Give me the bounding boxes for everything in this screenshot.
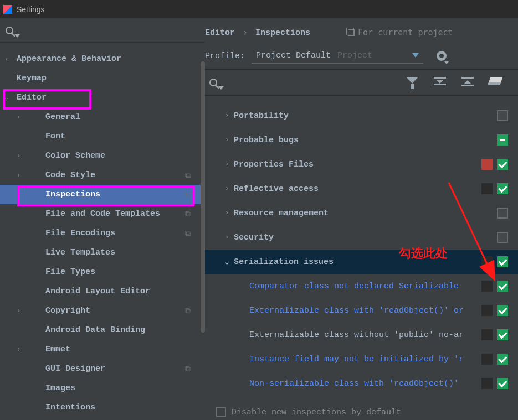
severity-indicator (481, 354, 493, 365)
inspection-item[interactable]: Externalizable class with 'readObject()'… (205, 298, 518, 323)
checkbox[interactable] (497, 232, 508, 243)
category-portability[interactable]: ›Portability (205, 103, 518, 128)
expand-icon: › (225, 112, 234, 120)
category-label: Portability (234, 111, 289, 121)
search-dropdown-icon[interactable] (14, 34, 20, 38)
category-probable-bugs[interactable]: ›Probable bugs (205, 128, 518, 152)
expand-icon: › (17, 152, 23, 160)
checkbox[interactable] (497, 329, 508, 340)
sidebar-item-label: Color Scheme (45, 151, 105, 160)
footer-row: Disable new inspections by default (216, 405, 401, 420)
window-title: Settings (17, 5, 45, 14)
category-properties-files[interactable]: ›Properties Files (205, 152, 518, 177)
profile-context: Project (337, 51, 372, 60)
expand-icon: › (4, 55, 11, 63)
severity-indicator (481, 256, 493, 267)
expand-icon: › (17, 113, 23, 121)
checkbox[interactable] (497, 281, 508, 292)
category-security[interactable]: ›Security (205, 225, 518, 250)
check-slot (481, 378, 508, 389)
sidebar-item-label: Android Data Binding (45, 325, 145, 335)
sidebar-item-font[interactable]: Font (0, 127, 205, 146)
checkbox[interactable] (497, 305, 508, 316)
sidebar-item-label: GUI Designer (45, 364, 105, 374)
sidebar-item-label: File Types (45, 267, 95, 277)
scope-icon: ⧉ (185, 307, 191, 315)
sidebar-item-file-encodings[interactable]: File Encodings⧉ (0, 224, 205, 243)
sidebar-item-file-and-code-templates[interactable]: File and Code Templates⧉ (0, 204, 205, 224)
checkbox[interactable] (497, 183, 508, 194)
category-label: Serialization issues (234, 257, 334, 267)
profile-select[interactable]: Project Default Project (252, 49, 423, 64)
checkbox[interactable] (497, 208, 508, 219)
inspection-label: Comparator class not declared Serializab… (249, 282, 459, 291)
check-slot (481, 305, 508, 316)
search-icon (6, 27, 13, 34)
sidebar-item-label: Live Templates (45, 248, 115, 257)
sidebar-item-file-types[interactable]: File Types (0, 262, 205, 282)
inspection-item[interactable]: Comparator class not declared Serializab… (205, 274, 518, 298)
sidebar-item-android-data-binding[interactable]: Android Data Binding (0, 320, 205, 340)
breadcrumb-sep: › (243, 28, 248, 38)
settings-sidebar: ›Appearance & BehaviorKeymap⌄Editor›Gene… (0, 18, 205, 420)
category-label: Security (234, 233, 274, 242)
collapse-all-button[interactable] (461, 77, 474, 88)
reset-button[interactable] (489, 77, 501, 88)
sidebar-item-emmet[interactable]: ›Emmet (0, 340, 205, 359)
checkbox[interactable] (497, 159, 508, 170)
checkbox[interactable] (497, 354, 508, 365)
scope-icon: ⧉ (185, 190, 191, 199)
title-bar: Settings (0, 0, 518, 18)
sidebar-item-label: Copyright (45, 306, 90, 315)
sidebar-item-intentions[interactable]: Intentions (0, 398, 205, 417)
sidebar-item-images[interactable]: Images (0, 378, 205, 398)
expand-icon: › (225, 160, 234, 168)
check-slot (481, 329, 508, 340)
check-slot (481, 159, 508, 170)
scope-icon: ⧉ (185, 210, 191, 219)
category-reflective-access[interactable]: ›Reflective access (205, 177, 518, 201)
severity-indicator (481, 183, 493, 194)
breadcrumb-editor[interactable]: Editor (205, 28, 235, 38)
checkbox[interactable] (497, 110, 508, 121)
inspection-item[interactable]: Instance field may not be initialized by… (205, 347, 518, 371)
inspection-item[interactable]: Non-serializable class with 'readObject(… (205, 371, 518, 396)
search-dropdown-icon[interactable] (218, 86, 224, 90)
check-slot (497, 232, 508, 243)
expand-all-button[interactable] (434, 77, 446, 88)
expand-icon: ⌄ (225, 258, 234, 266)
sidebar-item-gui-designer[interactable]: GUI Designer⧉ (0, 359, 205, 378)
sidebar-item-appearance-behavior[interactable]: ›Appearance & Behavior (0, 49, 205, 69)
sidebar-item-android-layout-editor[interactable]: Android Layout Editor (0, 282, 205, 301)
filter-button[interactable] (406, 77, 418, 88)
category-label: Properties Files (234, 160, 314, 169)
sidebar-item-label: Font (45, 132, 65, 141)
sidebar-item-copyright[interactable]: ›Copyright⧉ (0, 301, 205, 320)
sidebar-item-label: Emmet (45, 345, 70, 354)
profile-settings-button[interactable] (437, 51, 447, 61)
sidebar-item-inspections[interactable]: Inspections⧉ (0, 185, 205, 204)
sidebar-scrollbar[interactable] (201, 61, 205, 333)
disable-new-checkbox[interactable] (216, 407, 226, 417)
category-serialization-issues[interactable]: ⌄Serialization issues (205, 250, 518, 274)
category-label: Reflective access (234, 184, 319, 194)
main-panel: Editor › Inspections For current project… (205, 18, 518, 420)
checkbox[interactable] (497, 378, 508, 389)
checkbox[interactable] (497, 134, 508, 146)
check-slot (497, 208, 508, 219)
category-resource-management[interactable]: ›Resource management (205, 201, 518, 225)
checkbox[interactable] (497, 256, 508, 267)
sidebar-search[interactable] (0, 18, 205, 43)
expand-icon: › (17, 172, 23, 179)
sidebar-item-keymap[interactable]: Keymap (0, 69, 205, 88)
severity-indicator (481, 378, 493, 389)
sidebar-item-live-templates[interactable]: Live Templates (0, 243, 205, 262)
inspection-search[interactable] (209, 79, 224, 86)
sidebar-item-general[interactable]: ›General (0, 107, 205, 127)
sidebar-item-label: Android Layout Editor (45, 287, 150, 296)
check-slot (481, 281, 508, 292)
sidebar-item-code-style[interactable]: ›Code Style⧉ (0, 165, 205, 185)
sidebar-item-color-scheme[interactable]: ›Color Scheme (0, 146, 205, 165)
sidebar-item-editor[interactable]: ⌄Editor (0, 88, 205, 107)
inspection-item[interactable]: Externalizable class without 'public' no… (205, 323, 518, 347)
